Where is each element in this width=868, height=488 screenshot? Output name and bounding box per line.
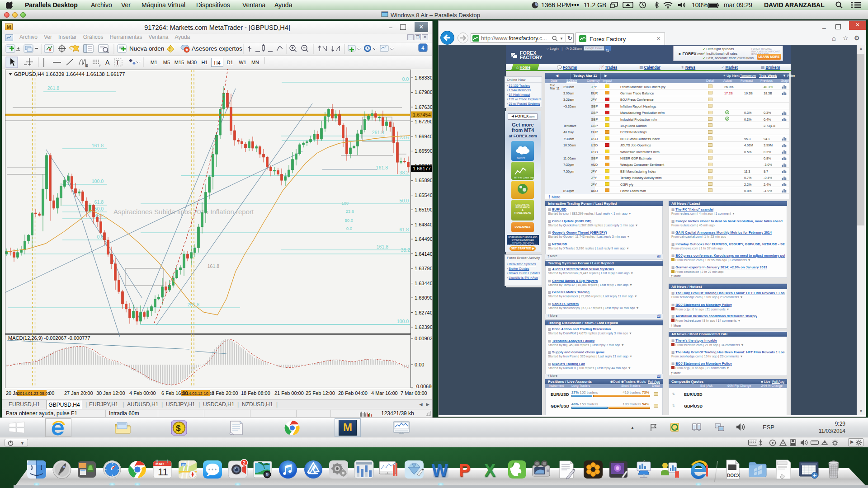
svg-text:E: E [85, 64, 88, 68]
svg-text:261.8: 261.8 [47, 85, 59, 91]
svg-text:61.8: 61.8 [400, 227, 409, 232]
svg-text:1.64490: 1.64490 [415, 236, 432, 242]
svg-text:1.66590: 1.66590 [415, 148, 432, 154]
svg-text:20 Ja: 20 Ja [6, 390, 19, 396]
svg-text:1.66940: 1.66940 [415, 134, 432, 139]
svg-text:1.67980: 1.67980 [415, 89, 432, 95]
svg-text:3 Feb 20:00: 3 Feb 20:00 [212, 390, 238, 396]
svg-text:28 Feb 04:00: 28 Feb 04:00 [338, 390, 368, 396]
svg-text:161.8: 161.8 [377, 244, 388, 249]
svg-text:1.67290: 1.67290 [415, 119, 432, 124]
svg-text:1.62390: 1.62390 [415, 324, 432, 330]
svg-text:-0.006864: -0.006864 [415, 384, 432, 389]
svg-text:1.67454: 1.67454 [413, 112, 431, 117]
svg-text:1.63090: 1.63090 [415, 295, 432, 300]
svg-text:1.65540: 1.65540 [415, 192, 432, 198]
svg-text:$: $ [176, 423, 181, 433]
svg-text::00: :00 [47, 390, 54, 396]
svg-text:27 Jan 20:00: 27 Jan 20:00 [64, 390, 93, 396]
svg-text:30 Jan 12:00: 30 Jan 12:00 [96, 390, 125, 396]
svg-text:61.8: 61.8 [94, 199, 104, 205]
svg-text:21 Feb 00:00: 21 Feb 00:00 [274, 390, 304, 396]
svg-text:100.0: 100.0 [397, 319, 409, 324]
svg-text:1.65190: 1.65190 [415, 207, 432, 212]
svg-text:X: X [484, 461, 496, 480]
svg-text:25 Feb 12:00: 25 Feb 12:00 [306, 390, 335, 396]
svg-text:T: T [116, 59, 119, 66]
svg-text:7 Mar 08:00: 7 Mar 08:00 [401, 390, 427, 396]
svg-text:1.63790: 1.63790 [415, 266, 432, 271]
svg-text:!: ! [169, 46, 171, 52]
svg-text:4 Mar 16:00: 4 Mar 16:00 [371, 390, 398, 396]
svg-text:0.0: 0.0 [402, 76, 409, 82]
svg-text:0.00: 0.00 [415, 362, 424, 367]
svg-text:A: A [105, 59, 110, 66]
svg-text:MT4 w/ Chart Trader: MT4 w/ Chart Trader [514, 176, 534, 179]
svg-text:161.8: 161.8 [208, 263, 219, 269]
svg-text:Nueva orden: Nueva orden [129, 45, 164, 52]
svg-text:1.66177: 1.66177 [413, 166, 431, 171]
svg-text:2014.02.12 10:29: 2014.02.12 10:29 [182, 391, 214, 396]
svg-text:50.0: 50.0 [94, 206, 104, 211]
svg-text:11: 11 [158, 466, 168, 478]
svg-text:1.64140: 1.64140 [415, 251, 432, 257]
svg-text:4 Feb 00:00: 4 Feb 00:00 [129, 390, 156, 396]
svg-text:Aspiraciones Subida tipos 2015: Aspiraciones Subida tipos 2015 Inflation… [113, 208, 254, 216]
svg-text:1.67630: 1.67630 [415, 104, 432, 110]
svg-text:W: W [432, 461, 448, 480]
svg-text:161.8: 161.8 [376, 165, 388, 170]
svg-text:1.63440: 1.63440 [415, 281, 432, 286]
svg-text:100.0: 100.0 [92, 178, 104, 184]
svg-text:1.64840: 1.64840 [415, 222, 432, 227]
svg-text:18 Feb 08:00: 18 Feb 08:00 [241, 390, 270, 396]
svg-text:280: 280 [182, 464, 187, 466]
svg-text:2014.01.23 08:00: 2014.01.23 08:00 [18, 391, 50, 396]
svg-text:twitter: twitter [517, 156, 525, 160]
svg-text:GBPUSD,H4 1.66339 1.66444 1.6: GBPUSD,H4 1.66339 1.66444 1.66138 1.6617… [14, 71, 125, 77]
svg-text:38.2: 38.2 [400, 170, 409, 175]
svg-text:4: 4 [421, 45, 425, 51]
svg-text:MACD(12,26,9) -0.002067 -0.000: MACD(12,26,9) -0.002067 -0.000777 [8, 335, 90, 341]
svg-text:1.62740: 1.62740 [415, 310, 432, 315]
svg-text:2: 2 [243, 460, 246, 465]
svg-text:P: P [459, 461, 470, 480]
svg-text:F: F [99, 64, 101, 68]
svg-text:50.0: 50.0 [345, 218, 354, 223]
svg-text:0.009033: 0.009033 [415, 336, 432, 341]
svg-text:261.8: 261.8 [372, 130, 384, 135]
svg-text:23.6: 23.6 [346, 209, 354, 214]
svg-text:50.0: 50.0 [400, 198, 409, 203]
svg-text:1.68330: 1.68330 [415, 75, 432, 80]
svg-text:100: 100 [341, 201, 349, 206]
svg-text:1.65890: 1.65890 [415, 178, 432, 183]
svg-text:DOCX: DOCX [727, 473, 740, 478]
svg-text:Asesores expertos: Asesores expertos [192, 45, 242, 52]
svg-text:0.0: 0.0 [346, 226, 352, 231]
svg-text:161.8: 161.8 [92, 143, 104, 148]
